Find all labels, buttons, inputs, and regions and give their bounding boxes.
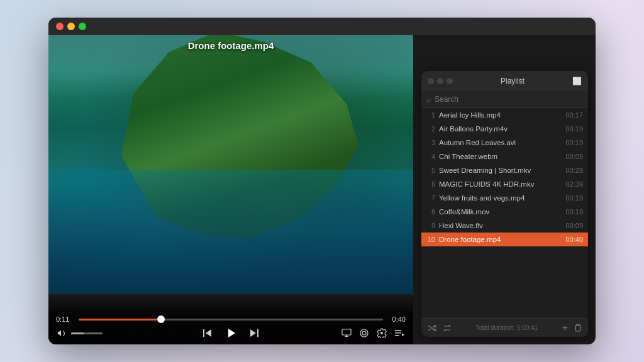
airplay-button[interactable]: [340, 327, 353, 339]
controls-row: [56, 327, 406, 339]
video-area: Drone footage.mp4: [48, 18, 413, 294]
playlist-item-num: 4: [426, 153, 435, 160]
playlist-item-num: 1: [426, 111, 435, 119]
current-time: 0:11: [56, 315, 74, 323]
playlist-item-6[interactable]: 6MAGIC FLUIDS 4K HDR.mkv02:39: [421, 177, 588, 191]
playlist-item-name: Coffe&Milk.mov: [439, 208, 560, 216]
playlist-item-10[interactable]: 10Drone footage.mp400:40: [421, 233, 588, 246]
playlist-footer: Total duration: 5:00:41 +: [421, 318, 588, 337]
playlist-item-duration: 00:17: [564, 111, 583, 119]
playlist-item-duration: 02:39: [564, 180, 583, 188]
playlist-list: 1Aerial Icy Hills.mp400:172Air Ballons P…: [421, 108, 588, 318]
prev-button[interactable]: [201, 326, 214, 340]
svg-rect-6: [395, 332, 401, 334]
settings-button[interactable]: [375, 327, 388, 339]
progress-row: 0:11 0:40: [56, 315, 406, 323]
controls-center: [201, 324, 261, 342]
playlist-item-duration: 00:09: [564, 153, 583, 160]
airplay2-button[interactable]: [358, 327, 370, 339]
playlist-item-num: 8: [426, 208, 435, 216]
minimize-button[interactable]: [67, 23, 75, 30]
playlist-dots: [428, 78, 453, 84]
title-bar: [48, 18, 596, 35]
playlist-item-name: Hexi Wave.flv: [439, 222, 560, 229]
progress-track[interactable]: [79, 319, 383, 321]
playlist-item-5[interactable]: 5Sweet Dreaming | Short.mkv00:28: [421, 163, 588, 177]
playlist-item-duration: 00:19: [564, 194, 583, 202]
playlist-item-9[interactable]: 9Hexi Wave.flv00:09: [421, 219, 588, 233]
footer-left: [426, 322, 453, 334]
playlist-item-name: Autumn Red Leaves.avi: [439, 139, 560, 146]
traffic-lights: [56, 23, 86, 30]
svg-rect-0: [203, 329, 204, 337]
repeat-button[interactable]: [441, 322, 453, 334]
svg-rect-1: [257, 329, 258, 337]
controls-left: [56, 327, 103, 339]
playlist-title: Playlist: [501, 77, 525, 85]
progress-thumb: [157, 315, 165, 323]
playlist-item-3[interactable]: 3Autumn Red Leaves.avi00:19: [421, 136, 588, 150]
playlist-item-num: 9: [426, 222, 435, 229]
playlist-item-num: 7: [426, 194, 435, 202]
playlist-item-duration: 00:19: [564, 139, 583, 146]
next-button[interactable]: [247, 326, 261, 340]
playlist-item-7[interactable]: 7Yellow fruits and vegs.mp400:19: [421, 191, 588, 205]
svg-rect-5: [395, 330, 401, 331]
playlist-item-name: Yellow fruits and vegs.mp4: [439, 194, 560, 202]
volume-fill: [71, 332, 84, 334]
playlist-item-duration: 00:40: [564, 236, 583, 243]
add-button[interactable]: +: [561, 321, 569, 335]
footer-right: +: [561, 321, 583, 335]
playlist-item-num: 6: [426, 180, 435, 188]
volume-button[interactable]: [56, 327, 69, 339]
shuffle-button[interactable]: [426, 322, 438, 334]
svg-rect-7: [395, 335, 399, 336]
pl-dot-2: [437, 78, 443, 84]
playlist-item-name: MAGIC FLUIDS 4K HDR.mkv: [439, 180, 560, 188]
playlist-item-num: 2: [426, 125, 435, 133]
pl-dot-1: [428, 78, 434, 84]
playlist-window-button[interactable]: ⬜: [572, 77, 582, 85]
playlist-item-duration: 00:19: [564, 125, 583, 133]
controls-right: [340, 327, 406, 339]
progress-fill: [79, 319, 161, 321]
playlist-item-4[interactable]: 4Chi Theater.webm00:09: [421, 150, 588, 163]
controls-bar: 0:11 0:40: [48, 294, 413, 344]
playlist-item-num: 5: [426, 167, 435, 174]
search-bar: ⌕: [421, 91, 588, 108]
playlist-item-name: Aerial Icy Hills.mp4: [439, 111, 560, 119]
playlist-item-duration: 00:19: [564, 208, 583, 216]
video-title: Drone footage.mp4: [48, 40, 413, 51]
water-overlay: [48, 170, 413, 294]
playlist-header: Playlist ⬜: [421, 71, 588, 91]
total-time: 0:40: [388, 315, 406, 323]
search-icon: ⌕: [426, 95, 431, 104]
player-window: Drone footage.mp4 0:11 0:40: [48, 18, 596, 344]
playlist-item-name: Air Ballons Party.m4v: [439, 125, 560, 133]
playlist-item-8[interactable]: 8Coffe&Milk.mov00:19: [421, 205, 588, 219]
playlist-item-2[interactable]: 2Air Ballons Party.m4v00:19: [421, 122, 588, 136]
playlist-item-name: Drone footage.mp4: [439, 236, 560, 243]
playlist-item-name: Chi Theater.webm: [439, 153, 560, 160]
playlist-item-duration: 00:28: [564, 167, 583, 174]
play-button[interactable]: [222, 324, 240, 342]
search-input[interactable]: [435, 95, 583, 104]
playlist-item-duration: 00:09: [564, 222, 583, 229]
playlist-item-num: 3: [426, 139, 435, 146]
playlist-item-name: Sweet Dreaming | Short.mkv: [439, 167, 560, 174]
delete-button[interactable]: [573, 322, 583, 334]
close-button[interactable]: [56, 23, 64, 30]
playlist-panel: Playlist ⬜ ⌕ 1Aerial Icy Hills.mp400:172…: [421, 71, 588, 337]
video-background: [48, 18, 413, 294]
playlist-item-num: 10: [426, 236, 435, 243]
pl-dot-3: [447, 78, 453, 84]
svg-rect-2: [342, 329, 351, 335]
svg-point-4: [362, 331, 366, 335]
playlist-button[interactable]: [393, 327, 406, 339]
volume-slider[interactable]: [71, 332, 103, 334]
total-duration: Total duration: 5:00:41: [458, 324, 556, 331]
svg-point-3: [360, 329, 368, 337]
fullscreen-button[interactable]: [79, 23, 86, 30]
playlist-item-1[interactable]: 1Aerial Icy Hills.mp400:17: [421, 108, 588, 122]
